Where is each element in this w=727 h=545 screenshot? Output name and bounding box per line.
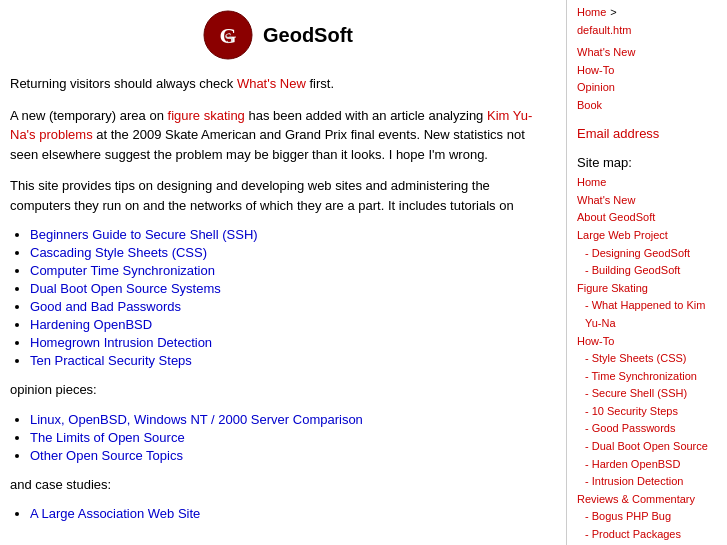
sitemap-item[interactable]: Large Web Project: [577, 227, 717, 245]
breadcrumb-home[interactable]: Home: [577, 6, 606, 18]
tutorial-link[interactable]: Beginners Guide to Secure Shell (SSH): [30, 227, 258, 242]
sitemap-item[interactable]: Home: [577, 174, 717, 192]
breadcrumb-separator: >: [610, 6, 616, 18]
sitemap-item[interactable]: About GeodSoft: [577, 209, 717, 227]
sitemap-item[interactable]: - Building GeodSoft: [577, 262, 717, 280]
opinions-list: Linux, OpenBSD, Windows NT / 2000 Server…: [30, 412, 546, 463]
sidebar-nav-link[interactable]: Opinion: [577, 79, 717, 97]
figure-skating-link[interactable]: figure skating: [168, 108, 245, 123]
list-item: Homegrown Intrusion Detection: [30, 335, 546, 350]
email-section: Email address: [577, 124, 717, 145]
sitemap-heading: Site map:: [577, 155, 717, 170]
sitemap-item[interactable]: - Secure Shell (SSH): [577, 385, 717, 403]
list-item: Dual Boot Open Source Systems: [30, 281, 546, 296]
sidebar-nav-link[interactable]: Book: [577, 97, 717, 115]
sitemap-item[interactable]: - Harden OpenBSD: [577, 456, 717, 474]
sitemap-item[interactable]: - Designing GeodSoft: [577, 245, 717, 263]
list-item: Beginners Guide to Secure Shell (SSH): [30, 227, 546, 242]
page-header: G S GeodSoft: [10, 10, 546, 60]
sidebar: Home > default.htm What's NewHow-ToOpini…: [567, 0, 727, 545]
tutorials-list: Beginners Guide to Secure Shell (SSH)Cas…: [30, 227, 546, 368]
sitemap-item[interactable]: Reviews & Commentary: [577, 491, 717, 509]
sitemap-item[interactable]: - Style Sheets (CSS): [577, 350, 717, 368]
sitemap-item[interactable]: How-To: [577, 333, 717, 351]
intro-para1: Returning visitors should always check W…: [10, 74, 546, 94]
sidebar-nav-section: What's NewHow-ToOpinionBook: [577, 44, 717, 114]
list-item: Cascading Style Sheets (CSS): [30, 245, 546, 260]
sitemap-item[interactable]: - Bogus PHP Bug: [577, 508, 717, 526]
page-title: GeodSoft: [263, 24, 353, 47]
email-address-link[interactable]: Email address: [577, 124, 717, 145]
list-item: Other Open Source Topics: [30, 448, 546, 463]
case-studies-label: and case studies:: [10, 475, 546, 495]
tutorial-link[interactable]: Good and Bad Passwords: [30, 299, 181, 314]
sitemap-section: Site map: HomeWhat's NewAbout GeodSoftLa…: [577, 155, 717, 545]
tutorial-link[interactable]: Ten Practical Security Steps: [30, 353, 192, 368]
sitemap-item[interactable]: - Product Packages: [577, 526, 717, 544]
case-studies-list: A Large Association Web Site: [30, 506, 546, 521]
intro-para3: This site provides tips on designing and…: [10, 176, 546, 215]
sitemap-item[interactable]: - Intrusion Detection: [577, 473, 717, 491]
list-item: Hardening OpenBSD: [30, 317, 546, 332]
list-item: Linux, OpenBSD, Windows NT / 2000 Server…: [30, 412, 546, 427]
tutorial-link[interactable]: Homegrown Intrusion Detection: [30, 335, 212, 350]
tutorial-link[interactable]: Hardening OpenBSD: [30, 317, 152, 332]
list-item: A Large Association Web Site: [30, 506, 546, 521]
sitemap-item[interactable]: - Time Synchronization: [577, 368, 717, 386]
sitemap-item[interactable]: Figure Skating: [577, 280, 717, 298]
main-content: G S GeodSoft Returning visitors should a…: [0, 0, 567, 545]
sitemap-item[interactable]: What's New: [577, 192, 717, 210]
opinion-link[interactable]: Linux, OpenBSD, Windows NT / 2000 Server…: [30, 412, 363, 427]
opinion-link[interactable]: Other Open Source Topics: [30, 448, 183, 463]
whats-new-link[interactable]: What's New: [237, 76, 306, 91]
sidebar-nav-link[interactable]: How-To: [577, 62, 717, 80]
list-item: Good and Bad Passwords: [30, 299, 546, 314]
tutorial-link[interactable]: Computer Time Synchronization: [30, 263, 215, 278]
sidebar-nav-link[interactable]: What's New: [577, 44, 717, 62]
sitemap-item[interactable]: - Dual Boot Open Source: [577, 438, 717, 456]
logo: G S: [203, 10, 253, 60]
list-item: The Limits of Open Source: [30, 430, 546, 445]
sitemap-item[interactable]: - 10 Security Steps: [577, 403, 717, 421]
breadcrumb: Home >: [577, 6, 717, 18]
list-item: Ten Practical Security Steps: [30, 353, 546, 368]
list-item: Computer Time Synchronization: [30, 263, 546, 278]
tutorial-link[interactable]: Dual Boot Open Source Systems: [30, 281, 221, 296]
tutorial-link[interactable]: Cascading Style Sheets (CSS): [30, 245, 207, 260]
sitemap-item[interactable]: - Good Passwords: [577, 420, 717, 438]
intro-para2: A new (temporary) area on figure skating…: [10, 106, 546, 165]
opinion-label: opinion pieces:: [10, 380, 546, 400]
breadcrumb-current[interactable]: default.htm: [577, 24, 631, 36]
sitemap-item[interactable]: - What Happened to Kim Yu-Na: [577, 297, 717, 332]
case-study-link[interactable]: A Large Association Web Site: [30, 506, 200, 521]
opinion-link[interactable]: The Limits of Open Source: [30, 430, 185, 445]
